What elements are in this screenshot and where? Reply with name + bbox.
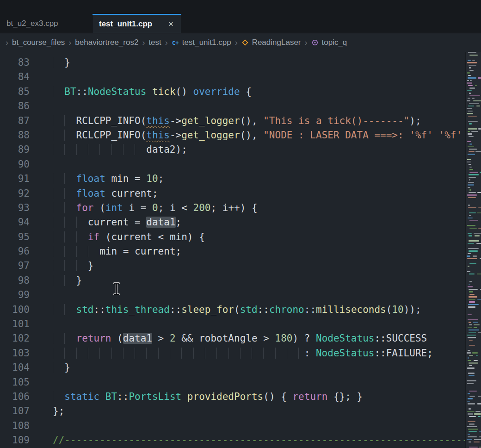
breadcrumb-item-test-unit1-cpp[interactable]: C+ test_unit1.cpp bbox=[172, 38, 231, 47]
code-line[interactable]: 85 BT::NodeStatus tick() override { bbox=[0, 85, 481, 99]
code-line-text: min = current; bbox=[53, 244, 181, 259]
code-line[interactable]: 106 static BT::PortsList providedPorts()… bbox=[0, 390, 481, 404]
code-line[interactable]: 91 float min = 10; bbox=[0, 172, 481, 186]
code-line-text: RCLCPP_INFO(this->get_logger(), "NODE : … bbox=[53, 128, 462, 143]
code-line-text: } bbox=[53, 361, 70, 375]
chevron-right-icon: › bbox=[305, 38, 308, 48]
code-line-text: if (current < min) { bbox=[53, 230, 205, 244]
code-line-text: }; bbox=[53, 404, 64, 418]
line-number: 95 bbox=[0, 230, 30, 244]
line-number: 106 bbox=[0, 390, 30, 404]
code-line[interactable]: 105 bbox=[0, 375, 481, 390]
chevron-right-icon: › bbox=[6, 38, 8, 48]
line-number: 96 bbox=[0, 244, 30, 259]
code-line-text: data2); bbox=[53, 143, 187, 157]
chevron-right-icon: › bbox=[165, 38, 168, 48]
tab-bar: bt_u2_ex3.cpp test_unit1.cpp × bbox=[0, 14, 481, 33]
code-line[interactable]: 88 RCLCPP_INFO(this->get_logger(), "NODE… bbox=[0, 128, 481, 143]
close-icon[interactable]: × bbox=[167, 19, 174, 29]
line-number: 83 bbox=[0, 56, 30, 70]
code-line[interactable]: 97 } bbox=[0, 259, 481, 273]
line-number: 105 bbox=[0, 375, 30, 390]
code-line-text: : NodeStatus::FAILURE; bbox=[53, 346, 433, 361]
code-line[interactable]: 109//-----------------------------------… bbox=[0, 433, 481, 448]
code-line-text: static BT::PortsList providedPorts() { r… bbox=[53, 390, 363, 404]
line-number: 85 bbox=[0, 85, 30, 99]
line-number: 98 bbox=[0, 274, 30, 288]
code-line[interactable]: 101 bbox=[0, 317, 481, 331]
code-line-text: float current; bbox=[53, 187, 158, 201]
tab-test-unit1-cpp[interactable]: test_unit1.cpp × bbox=[92, 14, 181, 33]
line-number: 94 bbox=[0, 215, 30, 230]
code-line[interactable]: 86 bbox=[0, 99, 481, 113]
code-line[interactable]: 100 std::this_thread::sleep_for(std::chr… bbox=[0, 303, 481, 317]
line-number: 93 bbox=[0, 201, 30, 215]
code-line-text: RCLCPP_INFO(this->get_logger(), "This is… bbox=[53, 114, 421, 128]
line-number: 102 bbox=[0, 331, 30, 346]
line-number: 92 bbox=[0, 187, 30, 201]
class-symbol-icon bbox=[241, 39, 249, 47]
breadcrumb-label: topic_q bbox=[322, 38, 347, 47]
chevron-right-icon: › bbox=[142, 38, 145, 48]
code-line-text: current = data1; bbox=[53, 215, 181, 230]
breadcrumb-item-behaviortree-ros2[interactable]: behaviortree_ros2 bbox=[75, 38, 138, 47]
breadcrumb-item-test[interactable]: test bbox=[148, 38, 161, 47]
code-line[interactable]: 98 } bbox=[0, 274, 481, 288]
line-number: 104 bbox=[0, 361, 30, 375]
svg-text:C+: C+ bbox=[172, 40, 179, 46]
minimap[interactable] bbox=[465, 52, 481, 448]
code-line[interactable]: 102 return (data1 > 2 && robotAngle > 18… bbox=[0, 331, 481, 346]
breadcrumb-label: test bbox=[148, 38, 161, 47]
line-number: 89 bbox=[0, 143, 30, 157]
code-line[interactable]: 104 } bbox=[0, 361, 481, 375]
code-line[interactable]: 87 RCLCPP_INFO(this->get_logger(), "This… bbox=[0, 114, 481, 128]
code-line[interactable]: 93 for (int i = 0; i < 200; i++) { bbox=[0, 201, 481, 215]
title-bar bbox=[0, 0, 481, 14]
breadcrumb-label: test_unit1.cpp bbox=[182, 38, 231, 47]
code-line-text: //--------------------------------------… bbox=[53, 433, 474, 448]
code-line[interactable]: 103 : NodeStatus::FAILURE; bbox=[0, 346, 481, 361]
line-number: 88 bbox=[0, 128, 30, 143]
tab-label: test_unit1.cpp bbox=[99, 19, 152, 29]
code-line[interactable]: 89 data2); bbox=[0, 143, 481, 157]
line-number: 87 bbox=[0, 114, 30, 128]
code-line-text: BT::NodeStatus tick() override { bbox=[53, 85, 252, 99]
tab-label: bt_u2_ex3.cpp bbox=[6, 19, 58, 28]
code-line[interactable]: 84 bbox=[0, 70, 481, 84]
line-number: 97 bbox=[0, 259, 30, 273]
code-line[interactable]: 83 } bbox=[0, 56, 481, 70]
breadcrumb: › bt_course_files › behaviortree_ros2 › … bbox=[0, 33, 481, 52]
breadcrumb-label: ReadingLaser bbox=[252, 38, 301, 47]
code-line-text: return (data1 > 2 && robotAngle > 180) ?… bbox=[53, 331, 427, 346]
line-number: 100 bbox=[0, 303, 30, 317]
breadcrumb-item-readinglaser[interactable]: ReadingLaser bbox=[241, 38, 301, 47]
code-line[interactable]: 107}; bbox=[0, 404, 481, 418]
tab-bt-u2-ex3-cpp[interactable]: bt_u2_ex3.cpp bbox=[0, 14, 92, 33]
line-number: 86 bbox=[0, 99, 30, 113]
code-lines[interactable]: 83 }8485 BT::NodeStatus tick() override … bbox=[0, 52, 481, 448]
vscode-window: bt_u2_ex3.cpp test_unit1.cpp × › bt_cour… bbox=[0, 0, 481, 448]
code-line[interactable]: 90 bbox=[0, 157, 481, 172]
code-line[interactable]: 92 float current; bbox=[0, 187, 481, 201]
line-number: 108 bbox=[0, 419, 30, 433]
chevron-right-icon: › bbox=[235, 38, 238, 48]
code-line-text: for (int i = 0; i < 200; i++) { bbox=[53, 201, 258, 215]
line-number: 84 bbox=[0, 70, 30, 84]
code-editor[interactable]: 83 }8485 BT::NodeStatus tick() override … bbox=[0, 52, 481, 448]
cpp-file-icon: C+ bbox=[172, 39, 179, 47]
breadcrumb-item-bt-course-files[interactable]: bt_course_files bbox=[12, 38, 65, 47]
breadcrumb-item-topic[interactable]: topic_q bbox=[311, 38, 347, 47]
code-line[interactable]: 96 min = current; bbox=[0, 244, 481, 259]
code-line-text: } bbox=[53, 274, 82, 288]
code-line-text: } bbox=[53, 56, 70, 70]
chevron-right-icon: › bbox=[68, 38, 71, 48]
code-line[interactable]: 94 current = data1; bbox=[0, 215, 481, 230]
line-number: 103 bbox=[0, 346, 30, 361]
line-number: 107 bbox=[0, 404, 30, 418]
code-line-text: } bbox=[53, 259, 94, 273]
code-line[interactable]: 108 bbox=[0, 419, 481, 433]
code-line[interactable]: 99 bbox=[0, 288, 481, 302]
code-line-text: std::this_thread::sleep_for(std::chrono:… bbox=[53, 303, 421, 317]
code-line[interactable]: 95 if (current < min) { bbox=[0, 230, 481, 244]
breadcrumb-label: behaviortree_ros2 bbox=[75, 38, 138, 47]
